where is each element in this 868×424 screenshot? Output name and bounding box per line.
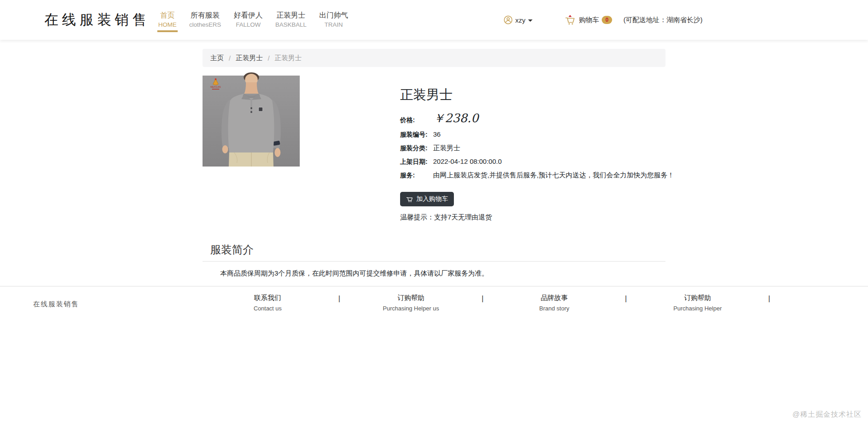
photo-brand-text: MEXICAN xyxy=(211,86,221,88)
nav-item-all-clothes[interactable]: 所有服装 clothesERS xyxy=(189,8,222,32)
nav-item-home[interactable]: 首页 HOME xyxy=(157,8,178,32)
add-to-cart-label: 加入购物车 xyxy=(416,195,448,203)
site-logo[interactable]: 在线服装销售 xyxy=(44,10,150,29)
footer-separator: | xyxy=(338,294,341,303)
caret-down-icon xyxy=(528,19,533,22)
product-title: 正装男士 xyxy=(400,86,674,104)
footer-separator: | xyxy=(624,294,627,303)
product-field-row: 服装编号: 36 xyxy=(400,130,674,139)
footer-separator: | xyxy=(768,294,771,303)
footer-link-zh: 联系我们 xyxy=(198,294,338,302)
nav-item-label-zh: 首页 xyxy=(158,11,177,20)
footer-link-zh: 品牌故事 xyxy=(484,294,624,302)
breadcrumb-separator: / xyxy=(268,54,269,62)
nav-item-label-zh: 出门帅气 xyxy=(319,11,348,20)
nav-item-label-zh: 所有服装 xyxy=(189,11,222,20)
nav-item-label-en: FALLOW xyxy=(234,21,263,28)
footer-link-zh: 订购帮助 xyxy=(627,294,768,302)
add-to-cart-button[interactable]: 加入购物车 xyxy=(400,192,454,206)
price-label: 价格: xyxy=(400,116,433,124)
delivery-address-note: (可配送地址：湖南省长沙) xyxy=(623,16,703,24)
field-value: 36 xyxy=(433,130,441,138)
user-menu[interactable]: xzy xyxy=(504,15,533,24)
breadcrumb: 主页 / 正装男士 / 正装男士 xyxy=(203,49,665,67)
footer-link-en: Brand story xyxy=(484,305,624,312)
cart-count-badge: 0 xyxy=(602,16,612,24)
footer-link-purchase-help[interactable]: 订购帮助 Purchasing Helper us xyxy=(341,294,481,312)
footer-separator: | xyxy=(481,294,484,303)
footer-link-en: Contact us xyxy=(198,305,338,312)
nav-item-label-en: TRAIN xyxy=(319,21,348,28)
footer-link-contact[interactable]: 联系我们 Contact us xyxy=(198,294,338,312)
product-image: MEXICAN xyxy=(203,72,300,170)
header-right: xzy 购物车 0 (可配送地址：湖南省长沙) xyxy=(504,14,703,26)
nav-item-label-en: clothesERS xyxy=(189,21,222,28)
nav-item-women[interactable]: 好看伊人 FALLOW xyxy=(233,8,264,32)
return-policy-tip: 温馨提示：支持7天无理由退货 xyxy=(400,213,674,222)
footer-brand: 在线服装销售 xyxy=(33,300,79,309)
footer-link-en: Purchasing Helper us xyxy=(341,305,481,312)
product-photo: MEXICAN xyxy=(203,72,300,170)
nav-item-formal-men[interactable]: 正装男士 BASKBALL xyxy=(274,8,307,32)
field-value: 正装男士 xyxy=(433,144,460,152)
nav-item-label-zh: 正装男士 xyxy=(275,11,307,20)
cart-icon xyxy=(564,14,576,26)
intro-divider xyxy=(203,261,665,262)
watermark: @稀土掘金技术社区 xyxy=(793,410,862,419)
nav-item-outdoor[interactable]: 出门帅气 TRAIN xyxy=(318,8,349,32)
breadcrumb-item-category[interactable]: 正装男士 xyxy=(236,54,263,62)
field-label: 服装分类: xyxy=(400,144,433,152)
cart-link[interactable]: 购物车 0 xyxy=(564,14,612,26)
product-field-row: 服务: 由网上服装店发货,并提供售后服务,预计七天内送达，我们会全力加快为您服务… xyxy=(400,171,674,180)
intro-section: 服装简介 本商品质保周期为3个月质保，在此时间范围内可提交维修申请，具体请以厂家… xyxy=(203,243,665,278)
footer-link-en: Purchasing Helper xyxy=(627,305,768,312)
footer-links: 联系我们 Contact us | 订购帮助 Purchasing Helper… xyxy=(198,294,868,312)
nav-item-label-en: HOME xyxy=(158,21,177,28)
product-details: 正装男士 价格: ￥238.0 服装编号: 36 服装分类: 正装男士 上架日期… xyxy=(400,72,674,222)
field-value: 由网上服装店发货,并提供售后服务,预计七天内送达，我们会全力加快为您服务！ xyxy=(433,171,674,180)
field-label: 服务: xyxy=(400,172,433,180)
footer-link-purchase-helper[interactable]: 订购帮助 Purchasing Helper xyxy=(627,294,768,312)
breadcrumb-item-current: 正装男士 xyxy=(274,54,302,62)
product-field-row: 上架日期: 2022-04-12 08:00:00.0 xyxy=(400,157,674,166)
intro-text: 本商品质保周期为3个月质保，在此时间范围内可提交维修申请，具体请以厂家服务为准。 xyxy=(203,269,665,278)
product-field-row: 服装分类: 正装男士 xyxy=(400,144,674,152)
price-value: ￥238.0 xyxy=(433,110,478,126)
field-value: 2022-04-12 08:00:00.0 xyxy=(433,157,502,165)
cart-icon xyxy=(406,195,413,203)
header: 在线服装销售 首页 HOME 所有服装 clothesERS 好看伊人 FALL… xyxy=(0,0,868,40)
product-section: MEXICAN 正装男士 价格: ￥238.0 服装编号: 36 服装分类: 正… xyxy=(203,72,665,222)
breadcrumb-separator: / xyxy=(229,54,231,62)
footer-link-brand-story[interactable]: 品牌故事 Brand story xyxy=(484,294,624,312)
intro-title: 服装简介 xyxy=(203,243,665,257)
field-label: 上架日期: xyxy=(400,158,433,166)
nav-item-label-en: BASKBALL xyxy=(275,21,307,28)
footer-link-zh: 订购帮助 xyxy=(341,294,481,302)
field-label: 服装编号: xyxy=(400,131,433,139)
user-icon xyxy=(504,15,513,24)
footer: 在线服装销售 联系我们 Contact us | 订购帮助 Purchasing… xyxy=(0,286,868,322)
main-nav: 首页 HOME 所有服装 clothesERS 好看伊人 FALLOW 正装男士… xyxy=(157,8,349,32)
user-name: xzy xyxy=(515,16,526,24)
cart-label: 购物车 xyxy=(579,16,599,24)
product-price-row: 价格: ￥238.0 xyxy=(400,110,674,126)
breadcrumb-item-home[interactable]: 主页 xyxy=(210,54,224,62)
nav-item-label-zh: 好看伊人 xyxy=(234,11,263,20)
